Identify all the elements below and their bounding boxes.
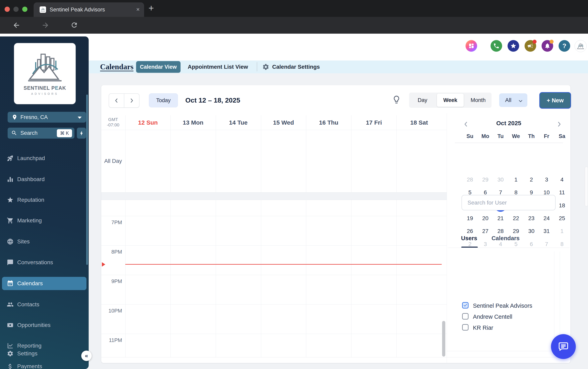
mini-cal-day[interactable]: 8 bbox=[556, 238, 568, 250]
window-minimize-button[interactable] bbox=[13, 7, 19, 12]
window-close-button[interactable] bbox=[5, 7, 10, 12]
tab-calendar-view[interactable]: Calendar View bbox=[136, 61, 181, 73]
current-time-line bbox=[125, 264, 442, 265]
sidebar-item-reputation[interactable]: Reputation bbox=[0, 193, 89, 206]
sidebar-scrollbar[interactable] bbox=[86, 94, 88, 265]
mini-cal-day[interactable]: 7 bbox=[540, 238, 553, 250]
day-column-wed[interactable] bbox=[261, 115, 306, 357]
user-name: KR Riar bbox=[473, 323, 493, 332]
sidebar-collapse-button[interactable]: « bbox=[81, 350, 92, 361]
day-column-tue[interactable] bbox=[216, 115, 261, 357]
day-column-sat[interactable] bbox=[396, 115, 442, 357]
today-button[interactable]: Today bbox=[149, 93, 178, 107]
time-label: 10PM bbox=[101, 308, 122, 314]
grid-scrollbar[interactable] bbox=[442, 321, 445, 357]
mini-cal-day[interactable]: 27 bbox=[479, 225, 491, 237]
back-icon[interactable] bbox=[12, 21, 20, 29]
day-header-wed[interactable]: 15 Wed bbox=[273, 115, 294, 130]
mini-cal-day[interactable]: 21 bbox=[494, 212, 507, 225]
panel-tab-users[interactable]: Users bbox=[461, 233, 477, 243]
day-header-sat[interactable]: 18 Sat bbox=[410, 115, 428, 130]
sidebar-item-payments[interactable]: Payments bbox=[0, 360, 89, 369]
user-checkbox[interactable] bbox=[462, 313, 469, 319]
location-label: Fresno, CA bbox=[20, 112, 48, 123]
browser-tab[interactable]: Sentinel Peak Advisors × bbox=[34, 2, 144, 17]
reload-icon[interactable] bbox=[70, 21, 78, 29]
sidebar-item-opportunities[interactable]: Opportunities bbox=[0, 318, 89, 332]
calendar-filter-select[interactable]: All bbox=[499, 93, 527, 107]
view-option-month[interactable]: Month bbox=[465, 93, 491, 107]
new-tab-button[interactable]: + bbox=[148, 0, 154, 17]
sidebar-item-marketing[interactable]: Marketing bbox=[0, 214, 89, 227]
tab-appointment-list-view[interactable]: Appointment List View bbox=[188, 61, 248, 73]
view-option-week[interactable]: Week bbox=[437, 93, 464, 107]
day-header-fri[interactable]: 17 Fri bbox=[366, 115, 382, 130]
sidebar-item-conversations[interactable]: Conversations bbox=[0, 256, 89, 269]
window-zoom-button[interactable] bbox=[22, 7, 27, 12]
view-option-day[interactable]: Day bbox=[409, 93, 436, 107]
mini-cal-day[interactable]: 25 bbox=[556, 212, 568, 225]
location-pin-icon bbox=[12, 114, 18, 121]
mini-cal-day[interactable]: 18 bbox=[556, 199, 568, 212]
mini-cal-day[interactable]: 3 bbox=[479, 238, 491, 250]
sidebar-item-settings[interactable]: Settings bbox=[0, 347, 89, 360]
next-week-button[interactable] bbox=[124, 94, 139, 107]
calendar-icon bbox=[7, 280, 14, 287]
help-icon[interactable]: ? bbox=[559, 40, 570, 52]
mini-cal-day[interactable]: 4 bbox=[556, 174, 568, 186]
user-search-input[interactable] bbox=[461, 195, 556, 210]
sidebar-search[interactable]: Search ⌘ K bbox=[8, 128, 74, 139]
account-avatar-icon[interactable] bbox=[575, 40, 587, 52]
mini-cal-day[interactable]: 6 bbox=[525, 238, 538, 250]
mini-cal-day[interactable]: 28 bbox=[464, 174, 476, 186]
apps-launcher-icon[interactable] bbox=[466, 40, 477, 52]
banknote-icon bbox=[7, 322, 14, 328]
day-header-mon[interactable]: 13 Mon bbox=[183, 115, 203, 130]
view-switcher: DayWeekMonth bbox=[409, 92, 491, 108]
day-header-thu[interactable]: 16 Thu bbox=[319, 115, 338, 130]
mini-cal-day[interactable]: 24 bbox=[540, 212, 553, 225]
mini-cal-day[interactable]: 30 bbox=[494, 174, 507, 186]
sidebar-item-calendars[interactable]: Calendars bbox=[2, 277, 87, 290]
user-checkbox-checked[interactable] bbox=[462, 302, 469, 308]
sidebar-item-contacts[interactable]: Contacts bbox=[0, 298, 89, 311]
quick-actions-button[interactable] bbox=[77, 128, 86, 139]
user-checkbox[interactable] bbox=[462, 324, 469, 330]
mini-cal-next-icon[interactable] bbox=[556, 121, 563, 128]
day-header-sun[interactable]: 12 Sun bbox=[138, 115, 158, 130]
sidebar-item-sites[interactable]: Sites bbox=[0, 235, 89, 248]
sidebar-item-dashboard[interactable]: Dashboard bbox=[0, 173, 89, 186]
mini-cal-day[interactable]: 3 bbox=[540, 174, 553, 186]
phone-icon[interactable] bbox=[490, 40, 502, 52]
mini-cal-day[interactable]: 30 bbox=[525, 225, 538, 237]
day-header-tue[interactable]: 14 Tue bbox=[229, 115, 248, 130]
tab-close-icon[interactable]: × bbox=[136, 2, 140, 17]
tips-bulb-icon[interactable] bbox=[392, 95, 401, 105]
mini-cal-day[interactable]: 31 bbox=[540, 225, 553, 237]
mini-cal-day[interactable]: 20 bbox=[479, 212, 491, 225]
chat-fab-button[interactable] bbox=[551, 334, 576, 359]
day-column-sun[interactable] bbox=[125, 115, 170, 357]
mini-cal-day[interactable]: 22 bbox=[510, 212, 522, 225]
page-scrollbar-thumb[interactable] bbox=[585, 167, 588, 206]
mini-cal-day[interactable]: 2 bbox=[525, 174, 538, 186]
day-column-fri[interactable] bbox=[351, 115, 396, 357]
mini-cal-day[interactable]: 1 bbox=[556, 225, 568, 237]
prev-week-button[interactable] bbox=[109, 94, 124, 107]
notifications-bell-icon[interactable] bbox=[542, 40, 553, 52]
mini-cal-day[interactable]: 29 bbox=[479, 174, 491, 186]
panel-tab-calendars[interactable]: Calendars bbox=[491, 233, 519, 243]
new-appointment-button[interactable]: + New bbox=[539, 92, 571, 109]
location-selector[interactable]: Fresno, CA bbox=[8, 112, 86, 123]
mini-cal-day[interactable]: 11 bbox=[556, 186, 568, 199]
mini-cal-day[interactable]: 19 bbox=[464, 212, 476, 225]
mini-cal-day[interactable]: 23 bbox=[525, 212, 538, 225]
day-column-thu[interactable] bbox=[306, 115, 351, 357]
mini-cal-day[interactable]: 1 bbox=[510, 174, 522, 186]
calendar-settings-button[interactable]: Calendar Settings bbox=[272, 61, 320, 73]
sidebar-item-launchpad[interactable]: Launchpad bbox=[0, 152, 89, 165]
announcements-megaphone-icon[interactable] bbox=[525, 40, 536, 52]
favorites-star-icon[interactable] bbox=[508, 40, 519, 52]
forward-icon[interactable] bbox=[41, 21, 49, 29]
day-column-mon[interactable] bbox=[170, 115, 216, 357]
